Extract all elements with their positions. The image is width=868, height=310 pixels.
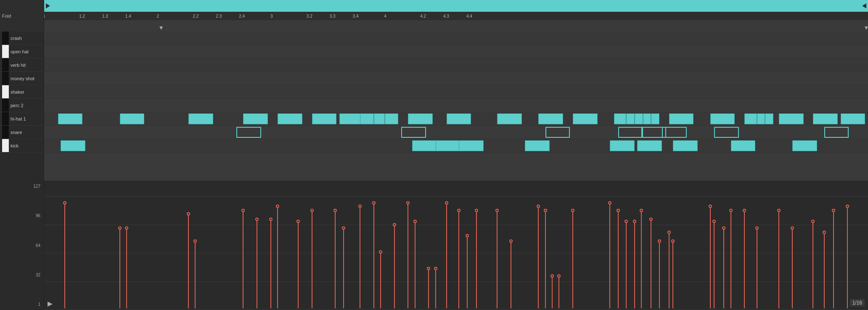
note-block[interactable]: [635, 113, 643, 124]
velocity-stem[interactable]: [380, 254, 381, 308]
velocity-stem[interactable]: [428, 270, 429, 308]
note-block[interactable]: [538, 113, 563, 124]
track-row[interactable]: [44, 85, 868, 99]
velocity-stem[interactable]: [511, 243, 511, 308]
velocity-stem[interactable]: [710, 208, 711, 308]
velocity-stem[interactable]: [659, 243, 660, 308]
note-block[interactable]: [765, 113, 773, 124]
note-block[interactable]: [779, 113, 804, 124]
velocity-stem[interactable]: [312, 212, 312, 308]
note-block[interactable]: [312, 113, 337, 124]
note-block[interactable]: [757, 113, 765, 124]
track-content-area[interactable]: s: [44, 32, 868, 152]
velocity-stem[interactable]: [497, 212, 498, 308]
note-block[interactable]: [731, 140, 756, 151]
note-block[interactable]: [360, 113, 374, 124]
velocity-stem[interactable]: [360, 208, 360, 308]
velocity-stem[interactable]: [634, 223, 635, 308]
note-block[interactable]: [120, 113, 145, 124]
velocity-stem[interactable]: [672, 243, 673, 308]
note-block[interactable]: [236, 127, 261, 138]
velocity-stem[interactable]: [435, 270, 436, 308]
velocity-stem[interactable]: [626, 223, 627, 308]
note-block[interactable]: [637, 140, 662, 151]
note-block[interactable]: [401, 127, 426, 138]
velocity-stem[interactable]: [195, 243, 196, 308]
velocity-stem[interactable]: [64, 205, 65, 308]
velocity-stem[interactable]: [467, 237, 468, 308]
velocity-stem[interactable]: [126, 230, 127, 308]
note-block[interactable]: [643, 113, 651, 124]
velocity-stem[interactable]: [257, 221, 257, 308]
quantize-display[interactable]: 1/16: [850, 299, 865, 307]
playback-region[interactable]: [44, 0, 868, 12]
velocity-stem[interactable]: [373, 205, 374, 308]
velocity-stem[interactable]: [651, 221, 651, 308]
velocity-stem[interactable]: [446, 205, 447, 308]
velocity-stem[interactable]: [778, 212, 779, 308]
velocity-stem[interactable]: [408, 205, 408, 308]
velocity-stem[interactable]: [343, 230, 344, 308]
note-block[interactable]: [651, 113, 659, 124]
velocity-stem[interactable]: [476, 212, 477, 308]
note-block[interactable]: [545, 127, 570, 138]
note-block[interactable]: [58, 113, 83, 124]
note-block[interactable]: [662, 127, 687, 138]
velocity-stem[interactable]: [552, 278, 553, 308]
note-block[interactable]: [188, 113, 213, 124]
velocity-stem[interactable]: [243, 212, 243, 308]
note-block[interactable]: [243, 113, 268, 124]
note-block[interactable]: [573, 113, 598, 124]
velocity-stem[interactable]: [335, 212, 336, 308]
velocity-stem[interactable]: [812, 223, 813, 308]
velocity-stem[interactable]: [714, 223, 715, 308]
note-block[interactable]: [436, 140, 460, 151]
track-row[interactable]: [44, 139, 868, 152]
velocity-stem[interactable]: [833, 212, 834, 308]
velocity-stem[interactable]: [757, 230, 757, 308]
velocity-stem[interactable]: [558, 278, 559, 308]
velocity-stem[interactable]: [792, 230, 793, 308]
note-block[interactable]: [714, 127, 739, 138]
note-block[interactable]: [669, 113, 694, 124]
velocity-stem[interactable]: [572, 212, 573, 308]
velocity-stem[interactable]: [847, 208, 848, 308]
velocity-stem[interactable]: [618, 212, 619, 308]
velocity-stem[interactable]: [545, 212, 546, 308]
velocity-stem[interactable]: [609, 205, 610, 308]
ruler-container[interactable]: 11.21.31.422.22.32.433.23.33.444.24.34.4: [44, 0, 868, 32]
velocity-stem[interactable]: [298, 223, 299, 308]
velocity-content[interactable]: 1/16: [44, 181, 868, 310]
velocity-stem[interactable]: [723, 230, 724, 308]
note-block[interactable]: s: [618, 127, 643, 138]
track-row[interactable]: [44, 45, 868, 58]
note-block[interactable]: [841, 113, 865, 124]
velocity-stem[interactable]: [824, 234, 825, 308]
note-block[interactable]: [61, 140, 85, 151]
track-row[interactable]: [44, 112, 868, 126]
note-block[interactable]: [447, 113, 471, 124]
note-block[interactable]: [278, 113, 302, 124]
note-block[interactable]: [497, 113, 522, 124]
note-block[interactable]: [813, 113, 838, 124]
velocity-stem[interactable]: [119, 230, 120, 308]
note-block[interactable]: [525, 140, 550, 151]
note-block[interactable]: [744, 113, 757, 124]
velocity-stem[interactable]: [394, 226, 395, 308]
velocity-stem[interactable]: [188, 215, 189, 308]
note-block[interactable]: [459, 140, 484, 151]
track-row[interactable]: [44, 58, 868, 72]
track-row[interactable]: s: [44, 126, 868, 139]
note-block[interactable]: [374, 113, 385, 124]
velocity-stem[interactable]: [730, 212, 731, 308]
note-block[interactable]: [673, 140, 698, 151]
velocity-stem[interactable]: [669, 234, 670, 308]
note-block[interactable]: [408, 113, 433, 124]
note-block[interactable]: [385, 113, 399, 124]
velocity-stem[interactable]: [415, 223, 415, 308]
velocity-stem[interactable]: [744, 212, 745, 308]
note-block[interactable]: [614, 113, 626, 124]
note-block[interactable]: [824, 127, 849, 138]
track-row[interactable]: [44, 32, 868, 45]
velocity-stem[interactable]: [538, 208, 539, 308]
